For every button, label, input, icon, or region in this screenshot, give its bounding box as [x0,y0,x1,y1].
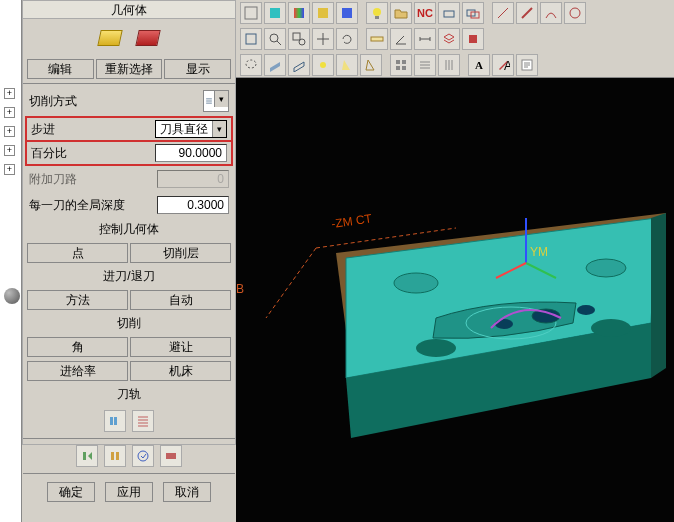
svg-point-33 [586,259,626,277]
tree-expand-4[interactable]: + [4,145,15,156]
svg-point-25 [138,451,148,461]
top-toolbars: NC A A [236,0,674,78]
svg-point-35 [591,319,631,337]
simulate-icon[interactable] [160,445,182,467]
verify-icon[interactable] [132,445,154,467]
light-icon[interactable] [312,54,334,76]
svg-point-5 [373,8,381,16]
pencil-a-icon[interactable]: A [492,54,514,76]
toolpath-show-icon[interactable] [104,410,126,432]
rotate-icon[interactable] [336,28,358,50]
layer-icon[interactable] [438,28,460,50]
toolpath-list-icon[interactable] [132,410,154,432]
grid1-icon[interactable] [390,54,412,76]
grid3-icon[interactable] [438,54,460,76]
svg-text:A: A [504,59,510,72]
geom-blank-icon[interactable] [135,30,160,46]
geom-header: 几何体 [23,1,235,19]
folder-icon[interactable] [390,2,412,24]
svg-point-39 [577,305,595,315]
axis-label: YM [530,245,548,259]
edit-button[interactable]: 编辑 [27,59,94,79]
nc-icon[interactable]: NC [414,2,436,24]
feedrate-button[interactable]: 进给率 [27,361,128,381]
circle-icon[interactable] [564,2,586,24]
text-icon[interactable]: A [468,54,490,76]
show-button[interactable]: 显示 [164,59,231,79]
replay-icon[interactable] [104,445,126,467]
generate-icon[interactable] [76,445,98,467]
fit-icon[interactable] [240,28,262,50]
arc-icon[interactable] [540,2,562,24]
point-button[interactable]: 点 [27,243,128,263]
cut-method-combo[interactable]: ▾ [203,90,229,112]
viewport-3d[interactable]: B -ZM CT YM [236,78,674,522]
svg-rect-3 [318,8,328,18]
svg-point-18 [320,62,326,68]
cube-wire-icon[interactable] [240,2,262,24]
machine-button[interactable]: 机床 [130,361,231,381]
depth-input[interactable]: 0.3000 [157,196,229,214]
geom-part-icon[interactable] [97,30,122,46]
lead-title: 进刀/退刀 [23,265,235,288]
tree-expand-1[interactable]: + [4,88,15,99]
cutlayer-button[interactable]: 切削层 [130,243,231,263]
auto-button[interactable]: 自动 [130,290,231,310]
aux-path-input: 0 [157,170,229,188]
pct-input[interactable]: 90.0000 [155,144,227,162]
line2-icon[interactable] [516,2,538,24]
stock-icon[interactable] [438,2,460,24]
svg-rect-22 [402,66,406,70]
toolbar-row-3: A A [236,52,674,78]
svg-point-17 [246,60,256,68]
tree-expand-2[interactable]: + [4,107,15,118]
chevron-down-icon[interactable]: ▾ [214,91,228,107]
dist-icon[interactable] [414,28,436,50]
svg-rect-4 [342,8,352,18]
note-icon[interactable] [516,54,538,76]
cube-yellow-icon[interactable] [312,2,334,24]
svg-rect-16 [469,35,477,43]
stock2-icon[interactable] [462,2,484,24]
light-spot-icon[interactable] [336,54,358,76]
grid2-icon[interactable] [414,54,436,76]
ruler-icon[interactable] [366,28,388,50]
line1-icon[interactable] [492,2,514,24]
svg-rect-19 [396,60,400,64]
cube-rainbow-icon[interactable] [288,2,310,24]
step-label: 步进 [31,121,151,138]
geom-icons [23,23,235,53]
tree-expand-3[interactable]: + [4,126,15,137]
corner-button[interactable]: 角 [27,337,128,357]
zoom-icon[interactable] [264,28,286,50]
angle-icon[interactable] [390,28,412,50]
zoom-window-icon[interactable] [288,28,310,50]
apply-button[interactable]: 应用 [105,482,153,502]
chevron-down-icon[interactable]: ▾ [212,121,226,137]
avoid-button[interactable]: 避让 [130,337,231,357]
svg-marker-31 [651,213,666,378]
box-icon[interactable] [462,28,484,50]
plane2-icon[interactable] [288,54,310,76]
bulb-icon[interactable] [366,2,388,24]
pan-icon[interactable] [312,28,334,50]
cube-cyan-icon[interactable] [264,2,286,24]
svg-rect-6 [375,16,379,19]
cube-blue-icon[interactable] [336,2,358,24]
slider-knob[interactable] [4,288,20,304]
tree-expand-5[interactable]: + [4,164,15,175]
cancel-button[interactable]: 取消 [163,482,211,502]
light-cfg-icon[interactable] [360,54,382,76]
plane1-icon[interactable] [264,54,286,76]
reselect-button[interactable]: 重新选择 [96,59,163,79]
svg-point-14 [299,39,305,45]
left-tree: + + + + + [0,0,22,522]
cut-title: 切削 [23,312,235,335]
method-button[interactable]: 方法 [27,290,128,310]
step-dropdown[interactable]: 刀具直径 ▾ [155,120,227,138]
toolbar-row-1: NC [236,0,674,26]
svg-rect-0 [245,7,257,19]
lasso-icon[interactable] [240,54,262,76]
depth-label: 每一刀的全局深度 [29,197,153,214]
ok-button[interactable]: 确定 [47,482,95,502]
